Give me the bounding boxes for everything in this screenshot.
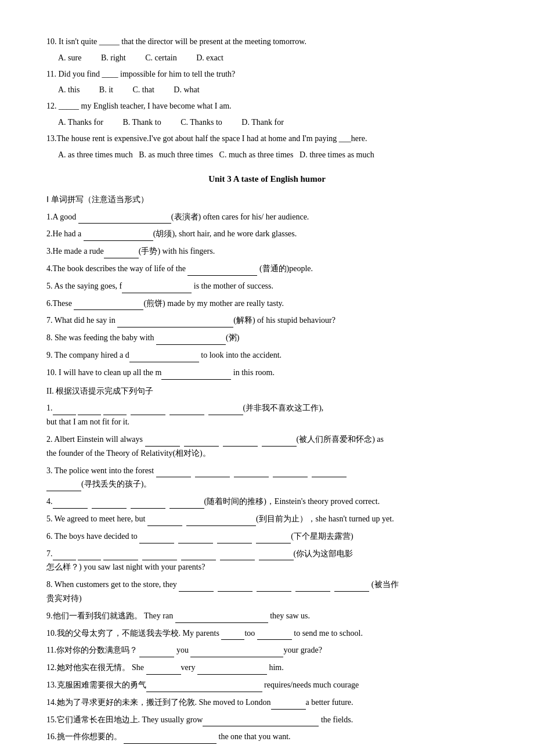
s2-item12: 12.她对他实在很无情。 She very him. <box>46 661 488 675</box>
section2-header: II. 根据汉语提示完成下列句子 <box>46 384 488 398</box>
s2-item8: 8. When customers get to the store, they… <box>46 578 488 606</box>
option-10-c: C. certain <box>145 51 176 65</box>
s2-item14: 14.她为了寻求更好的未来，搬迁到了伦敦. She moved to Londo… <box>46 696 488 710</box>
question-13: 13.The house rent is expensive.I've got … <box>46 132 488 146</box>
unit3-title: Unit 3 A taste of English humor <box>46 172 488 187</box>
question-13-options: A. as three times much B. as much three … <box>58 148 488 162</box>
option-11-a: A. this <box>58 83 80 97</box>
s1-item8: 8. She was feeding the baby with (粥) <box>46 331 488 345</box>
s1-item3: 3.He made a rude(手势) with his fingers. <box>46 244 488 258</box>
s2-item2: 2. Albert Einstein will always (被人们所喜爱和怀… <box>46 433 488 460</box>
s1-item7: 7. What did he say in (解释) of his stupid… <box>46 314 488 327</box>
s2-item11: 11.你对你的分数满意吗？ you your grade? <box>46 643 488 657</box>
question-11: 11. Did you find ____ impossible for him… <box>46 67 488 81</box>
option-11-d: D. what <box>174 83 199 97</box>
s1-item1: 1.A good (表演者) often cares for his/ her … <box>46 210 488 224</box>
option-10-b: B. right <box>101 51 126 65</box>
s2-item6: 6. The boys have decided to (下个星期去露营) <box>46 530 488 543</box>
s2-item10: 10.我的父母太穷了，不能送我去学校. My parents too to se… <box>46 627 488 640</box>
option-12-d: D. Thank for <box>241 116 283 129</box>
s1-item6: 6.These (煎饼) made by my mother are reall… <box>46 297 488 311</box>
s2-item1: 1. (并非我不喜欢这工作), but that I am not fit fo… <box>46 401 488 429</box>
question-11-options: A. this B. it C. that D. what <box>58 83 488 97</box>
s2-item16: 16.挑一件你想要的。 the one that you want. <box>46 730 488 744</box>
s2-item15: 15.它们通常长在田地边上. They usually grow the fie… <box>46 713 488 727</box>
s1-item10: 10. I will have to clean up all the m in… <box>46 366 488 380</box>
s2-item9: 9.他们一看到我们就逃跑。 They ran they saw us. <box>46 609 488 623</box>
option-10-a: A. sure <box>58 51 81 65</box>
question-12-options: A. Thanks for B. Thank to C. Thanks to D… <box>58 116 488 129</box>
s2-item7: 7. (你认为这部电影 怎么样？) you saw last night wit… <box>46 547 488 575</box>
s1-item9: 9. The company hired a d to look into th… <box>46 348 488 362</box>
question-13-text: 13.The house rent is expensive.I've got … <box>46 134 367 143</box>
option-11-b: B. it <box>99 83 113 97</box>
s1-item5: 5. As the saying goes, f is the mother o… <box>46 279 488 293</box>
s1-item2: 2.He had a (胡须), short hair, and he wore… <box>46 227 488 241</box>
s1-item4: 4.The book describes the way of life of … <box>46 262 488 276</box>
option-12-b: B. Thank to <box>122 116 161 129</box>
s2-item5: 5. We agreed to meet here, but (到目前为止），s… <box>46 512 488 526</box>
s2-item13: 13.克服困难需要很大的勇气 requires/needs much coura… <box>46 678 488 692</box>
option-12-c: C. Thanks to <box>181 116 222 129</box>
option-10-d: D. exact <box>196 51 223 65</box>
question-12-text: 12. _____ my English teacher, I have bec… <box>46 102 232 110</box>
section1-header: Ⅰ 单词拼写（注意适当形式） <box>46 193 488 207</box>
question-12: 12. _____ my English teacher, I have bec… <box>46 99 488 113</box>
option-12-a: A. Thanks for <box>58 116 103 129</box>
question-10-text: 10. It isn't quite _____ that the direct… <box>46 37 306 46</box>
s2-item4: 4. (随着时间的推移)，Einstein's theory proved co… <box>46 495 488 509</box>
s2-item3: 3. The police went into the forest (寻找丢失… <box>46 464 488 492</box>
question-10: 10. It isn't quite _____ that the direct… <box>46 35 488 49</box>
question-10-options: A. sure B. right C. certain D. exact <box>58 51 488 65</box>
option-11-c: C. that <box>132 83 154 97</box>
option-13-all: A. as three times much B. as much three … <box>58 150 374 159</box>
question-11-text: 11. Did you find ____ impossible for him… <box>46 70 235 78</box>
